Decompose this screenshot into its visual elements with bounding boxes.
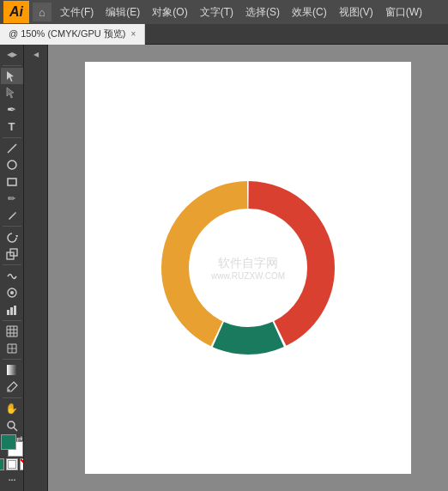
tool-gradient[interactable] (1, 362, 23, 379)
tab-close-button[interactable]: × (130, 29, 136, 39)
tool-paintbrush[interactable]: ✏ (1, 191, 23, 207)
menu-bar: 文件(F) 编辑(E) 对象(O) 文字(T) 选择(S) 效果(C) 视图(V… (55, 3, 445, 21)
toolbar-divider-4 (3, 264, 21, 265)
toolbar-divider-5 (3, 320, 21, 321)
menu-select[interactable]: 选择(S) (240, 3, 285, 21)
tool-grid[interactable] (1, 324, 23, 340)
tool-ellipse[interactable] (1, 157, 23, 173)
main-layout: ◀▶ ✒ T ✏ (0, 45, 448, 491)
toolbar-divider-2 (3, 137, 21, 138)
toolbar-divider-6 (3, 359, 21, 360)
tool-hand[interactable]: ✋ (1, 401, 23, 417)
menu-window[interactable]: 窗口(W) (380, 3, 427, 21)
stroke-indicator[interactable] (6, 458, 18, 470)
tool-symbol[interactable] (1, 285, 23, 301)
color-mode-boxes (0, 458, 24, 470)
donut-chart (145, 165, 351, 371)
artboard: 软件自字网 www.RUZXW.COM (85, 62, 411, 474)
menu-file[interactable]: 文件(F) (55, 3, 99, 21)
home-icon[interactable]: ⌂ (33, 3, 51, 21)
tool-graph[interactable] (1, 301, 23, 318)
svg-point-18 (8, 421, 15, 428)
menu-effect[interactable]: 效果(C) (287, 3, 332, 21)
tool-pencil[interactable] (1, 208, 23, 224)
tool-line[interactable] (1, 141, 23, 157)
tool-eyedropper[interactable] (1, 379, 23, 395)
left-toolbar: ◀▶ ✒ T ✏ (0, 45, 24, 491)
svg-line-2 (8, 144, 16, 153)
tab-label: @ 150% (CMYK/GPU 预览) (9, 27, 125, 40)
color-boxes: ⇄ (1, 434, 23, 457)
tool-rotate[interactable] (1, 229, 23, 246)
toolbar-divider-1 (3, 65, 21, 66)
tool-type[interactable]: T (1, 118, 23, 135)
tool-warp[interactable] (1, 268, 23, 284)
svg-rect-4 (8, 179, 16, 185)
menu-view[interactable]: 视图(V) (334, 3, 378, 21)
svg-rect-16 (7, 365, 17, 375)
more-tools-button[interactable]: ··· (8, 472, 15, 486)
title-bar: Ai ⌂ 文件(F) 编辑(E) 对象(O) 文字(T) 选择(S) 效果(C)… (0, 0, 448, 24)
app-logo: Ai (3, 1, 29, 23)
tool-pen[interactable]: ✒ (1, 102, 23, 118)
svg-rect-11 (10, 307, 13, 315)
canvas-area[interactable]: 软件自字网 www.RUZXW.COM (48, 45, 448, 491)
color-area: ⇄ ··· (0, 434, 24, 489)
toolbar-divider-3 (3, 226, 21, 227)
svg-point-17 (8, 389, 9, 391)
svg-marker-5 (15, 235, 18, 238)
panel-toggle-btn[interactable]: ◀ (25, 46, 47, 62)
toolbar-divider-7 (3, 397, 21, 398)
document-tab[interactable]: @ 150% (CMYK/GPU 预览) × (0, 24, 145, 45)
tool-rect[interactable] (1, 174, 23, 191)
tool-slice[interactable] (1, 340, 23, 356)
svg-marker-1 (7, 88, 14, 98)
tool-selection[interactable] (1, 68, 23, 84)
svg-rect-10 (7, 310, 9, 315)
secondary-toolbar: ◀ (24, 45, 48, 491)
menu-object[interactable]: 对象(O) (147, 3, 192, 21)
tool-zoom[interactable] (1, 417, 23, 433)
tool-scale[interactable] (1, 246, 23, 263)
svg-marker-0 (7, 71, 14, 82)
swap-colors-icon[interactable]: ⇄ (16, 434, 23, 443)
svg-point-3 (8, 161, 16, 169)
tab-bar: @ 150% (CMYK/GPU 预览) × (0, 24, 448, 45)
menu-text[interactable]: 文字(T) (195, 3, 239, 21)
foreground-color-box[interactable] (1, 434, 16, 450)
svg-point-9 (10, 291, 14, 294)
menu-edit[interactable]: 编辑(E) (100, 3, 145, 21)
svg-line-19 (14, 427, 17, 431)
svg-rect-12 (14, 306, 16, 315)
tool-direct-selection[interactable] (1, 85, 23, 101)
donut-chart-svg (145, 165, 351, 371)
fill-indicator[interactable] (0, 458, 4, 470)
toolbar-collapse-btn[interactable]: ◀▶ (1, 46, 23, 63)
